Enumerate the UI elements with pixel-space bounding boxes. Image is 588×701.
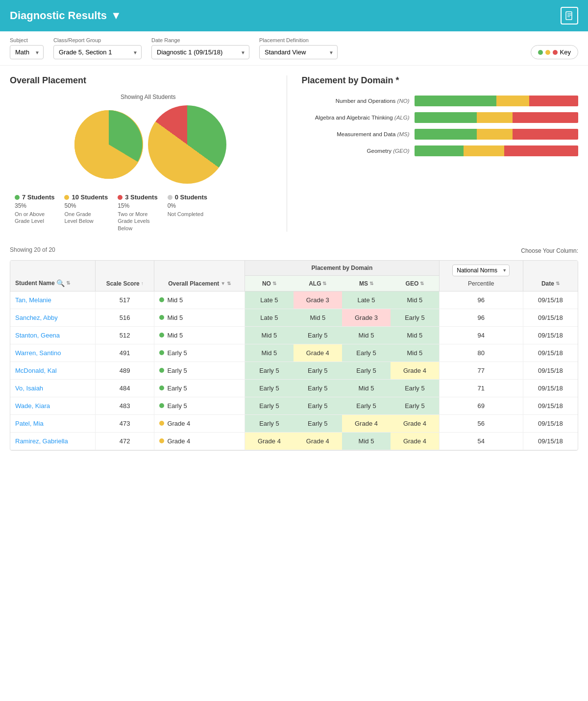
cell-score: 516 — [96, 309, 154, 326]
date-sort-icon[interactable]: ⇅ — [556, 281, 560, 286]
placement-sort-icon[interactable]: ▼ — [220, 281, 225, 286]
title-text: Diagnostic Results — [10, 9, 107, 22]
placement-dot — [159, 350, 164, 355]
cell-date: 09/15/18 — [523, 291, 578, 309]
no-sort-icon[interactable]: ⇅ — [272, 281, 276, 286]
national-norms-select[interactable]: National Norms — [452, 265, 510, 276]
legend-yellow-desc: One Grade Level Below — [64, 211, 103, 225]
bar-geo-red — [504, 145, 578, 156]
cell-student-name[interactable]: Vo, Isaiah — [10, 379, 96, 397]
cell-geo: Mid 5 — [391, 344, 439, 362]
subject-select[interactable]: Math — [10, 45, 44, 59]
search-icon[interactable]: 🔍 — [56, 279, 65, 287]
cell-alg: Early 5 — [294, 397, 342, 414]
placement-domain-section: Placement by Domain * Number and Operati… — [287, 75, 579, 232]
class-select[interactable]: Grade 5, Section 1 — [53, 45, 142, 59]
overall-placement-title: Overall Placement — [10, 75, 287, 86]
cell-ms: Mid 5 — [342, 432, 391, 450]
class-select-wrapper[interactable]: Grade 5, Section 1 — [53, 45, 142, 59]
bar-ms-green — [415, 129, 477, 140]
placement-value: Grade 4 — [167, 437, 190, 445]
cell-geo: Mid 5 — [391, 291, 439, 309]
cell-score: 512 — [96, 326, 154, 344]
placement-dot — [159, 386, 164, 390]
subject-select-wrapper[interactable]: Math — [10, 45, 44, 59]
domain-label-alg: Algebra and Algebraic Thinking (ALG) — [302, 115, 410, 121]
bar-alg-green — [415, 112, 477, 123]
cell-geo: Grade 4 — [391, 362, 439, 379]
legend-yellow-count: 10 Students — [72, 193, 108, 201]
cell-percentile: 96 — [439, 291, 523, 309]
domain-bar-ms — [415, 129, 579, 140]
key-red-dot — [553, 50, 558, 55]
cell-alg: Early 5 — [294, 362, 342, 379]
placement-dot — [159, 297, 164, 302]
domain-row-ms: Measurement and Data (MS) — [302, 129, 579, 140]
placement-label: Placement Definition — [259, 37, 338, 43]
table-row: Ramirez, Gabriella 472 Grade 4 Grade 4 G… — [10, 432, 578, 450]
cell-student-name[interactable]: Warren, Santino — [10, 344, 96, 362]
cell-placement: Early 5 — [154, 344, 245, 362]
ms-sort-icon[interactable]: ⇅ — [369, 281, 373, 286]
cell-date: 09/15/18 — [523, 362, 578, 379]
domain-row-geo: Geometry (GEO) — [302, 145, 579, 156]
cell-student-name[interactable]: Tan, Melanie — [10, 291, 96, 309]
table-header-row-1: Student Name 🔍 ⇅ Scale Score ↑ — [10, 261, 578, 276]
legend-red-desc: Two or More Grade Levels Below — [118, 211, 157, 232]
class-label: Class/Report Group — [53, 37, 142, 43]
placement-dot — [159, 333, 164, 338]
cell-percentile: 80 — [439, 344, 523, 362]
placement-value: Early 5 — [167, 349, 187, 357]
showing-all-label: Showing All Students — [10, 94, 287, 100]
cell-student-name[interactable]: Patel, Mia — [10, 414, 96, 432]
table-row: Patel, Mia 473 Grade 4 Early 5 Early 5 G… — [10, 414, 578, 432]
legend-green-count: 7 Students — [22, 193, 54, 201]
subject-filter-group: Subject Math — [10, 37, 44, 59]
cell-student-name[interactable]: Stanton, Geena — [10, 326, 96, 344]
placement-dot — [159, 421, 164, 426]
table-row: McDonald, Kal 489 Early 5 Early 5 Early … — [10, 362, 578, 379]
domain-row-alg: Algebra and Algebraic Thinking (ALG) — [302, 112, 579, 123]
placement-value: Grade 4 — [167, 420, 190, 427]
cell-score: 491 — [96, 344, 154, 362]
placement-dot — [159, 368, 164, 373]
cell-student-name[interactable]: Sanchez, Abby — [10, 309, 96, 326]
national-norms-select-wrapper[interactable]: National Norms — [452, 265, 510, 276]
cell-student-name[interactable]: Wade, Kiara — [10, 397, 96, 414]
placement-select[interactable]: Standard View — [259, 45, 338, 59]
cell-score: 472 — [96, 432, 154, 450]
bar-no-yellow — [496, 96, 529, 106]
th-placement-domain: Placement by Domain — [245, 261, 440, 276]
placement-value: Early 5 — [167, 402, 187, 410]
key-green-dot — [538, 50, 543, 55]
placement-sort-icon2[interactable]: ⇅ — [227, 281, 231, 286]
cell-no: Early 5 — [245, 397, 294, 414]
placement-select-wrapper[interactable]: Standard View — [259, 45, 338, 59]
title-chevron-icon[interactable]: ▼ — [111, 9, 122, 22]
cell-student-name[interactable]: Ramirez, Gabriella — [10, 432, 96, 450]
cell-ms: Mid 5 — [342, 326, 391, 344]
cell-placement: Mid 5 — [154, 326, 245, 344]
export-icon[interactable] — [561, 7, 578, 24]
cell-percentile: 77 — [439, 362, 523, 379]
placement-dot — [159, 403, 164, 408]
placement-filter-group: Placement Definition Standard View — [259, 37, 338, 59]
cell-score: 483 — [96, 397, 154, 414]
bar-ms-red — [513, 129, 578, 140]
bar-geo-yellow — [464, 145, 505, 156]
alg-sort-icon[interactable]: ⇅ — [322, 281, 326, 286]
bar-geo-green — [415, 145, 464, 156]
placement-dot — [159, 315, 164, 320]
geo-sort-icon[interactable]: ⇅ — [420, 281, 424, 286]
cell-alg: Grade 4 — [294, 432, 342, 450]
placement-value: Early 5 — [167, 385, 187, 392]
date-select[interactable]: Diagnostic 1 (09/15/18) — [151, 45, 249, 59]
date-select-wrapper[interactable]: Diagnostic 1 (09/15/18) — [151, 45, 249, 59]
cell-alg: Early 5 — [294, 326, 342, 344]
legend-item-green: 7 Students 35% On or Above Grade Level — [15, 193, 54, 232]
cell-percentile: 96 — [439, 309, 523, 326]
cell-student-name[interactable]: McDonald, Kal — [10, 362, 96, 379]
key-button[interactable]: Key — [531, 45, 578, 59]
student-sort-icon[interactable]: ⇅ — [66, 280, 70, 286]
score-sort-icon[interactable]: ↑ — [141, 281, 144, 286]
